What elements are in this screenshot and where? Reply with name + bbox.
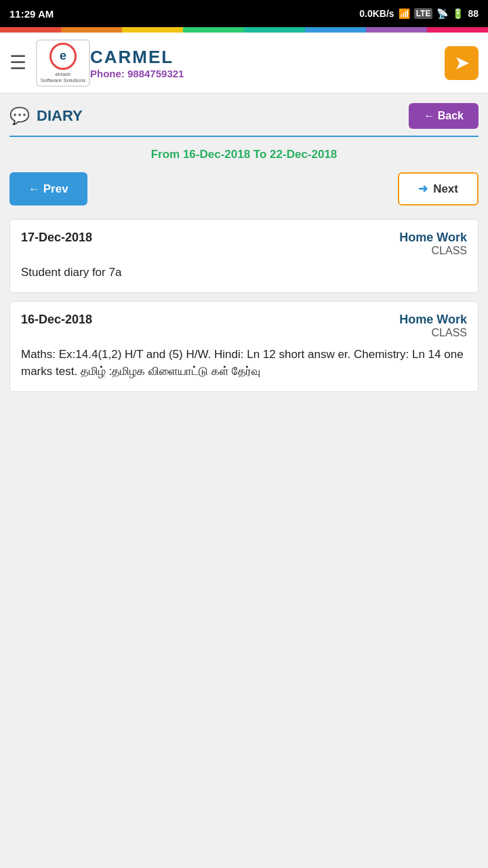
navigation-row: ← Prev ➜ Next [9, 172, 479, 205]
card-type-block-1: Home Work CLASS [399, 231, 467, 257]
entry-class-2: CLASS [399, 327, 467, 339]
status-right: 0.0KB/s 📶 LTE 📡 🔋 88 [359, 8, 479, 19]
diary-title-text: DIARY [37, 107, 83, 125]
logout-button[interactable]: ➤ [445, 46, 479, 80]
entry-body-2: Maths: Ex:14.4(1,2) H/T and (5) H/W. Hin… [21, 346, 467, 380]
entry-date-2: 16-Dec-2018 [21, 313, 92, 327]
app-header: ☰ e eHashSoftware Solutions CARMEL Phone… [0, 33, 488, 94]
entry-body-1: Student diary for 7a [21, 264, 467, 281]
status-bar: 11:29 AM 0.0KB/s 📶 LTE 📡 🔋 88 [0, 0, 488, 27]
diary-entry-2: 16-Dec-2018 Home Work CLASS Maths: Ex:14… [9, 301, 479, 392]
back-button[interactable]: ← Back [409, 103, 479, 129]
entry-class-1: CLASS [399, 245, 467, 257]
next-arrow-icon: ➜ [418, 182, 428, 196]
card-header-1: 17-Dec-2018 Home Work CLASS [21, 231, 467, 257]
prev-button[interactable]: ← Prev [9, 172, 87, 205]
entry-type-2: Home Work [399, 313, 467, 327]
diary-entry-1: 17-Dec-2018 Home Work CLASS Student diar… [9, 219, 479, 293]
header-title-block: CARMEL Phone: 9884759321 [90, 47, 445, 79]
card-header-2: 16-Dec-2018 Home Work CLASS [21, 313, 467, 339]
app-logo: e eHashSoftware Solutions [36, 39, 90, 87]
wifi-icon: 📡 [436, 8, 448, 19]
app-name: CARMEL [90, 47, 445, 68]
next-button-label: Next [433, 182, 458, 196]
phone-number: Phone: 9884759321 [90, 68, 445, 79]
date-range: From 16-Dec-2018 To 22-Dec-2018 [9, 148, 479, 161]
battery-icon: 🔋 [452, 8, 464, 19]
back-button-label: ← Back [424, 110, 464, 122]
prev-button-label: ← Prev [28, 182, 68, 196]
logo-e-letter: e [60, 49, 66, 63]
entry-date-1: 17-Dec-2018 [21, 231, 92, 245]
diary-header: 💬 DIARY ← Back [9, 103, 479, 137]
signal-icon: 📶 [399, 8, 410, 19]
battery-level: 88 [468, 8, 479, 19]
next-button[interactable]: ➜ Next [398, 172, 479, 205]
status-time: 11:29 AM [9, 8, 54, 20]
lte-icon: LTE [414, 8, 433, 19]
diary-icon: 💬 [9, 106, 30, 125]
entry-type-1: Home Work [399, 231, 467, 245]
diary-title-block: 💬 DIARY [9, 106, 83, 125]
page-content: 💬 DIARY ← Back From 16-Dec-2018 To 22-De… [0, 94, 488, 410]
color-bar [0, 27, 488, 33]
logo-subtitle: eHashSoftware Solutions [41, 71, 86, 83]
card-type-block-2: Home Work CLASS [399, 313, 467, 339]
network-speed: 0.0KB/s [359, 8, 394, 19]
logout-icon: ➤ [454, 52, 470, 74]
menu-icon[interactable]: ☰ [9, 52, 26, 74]
